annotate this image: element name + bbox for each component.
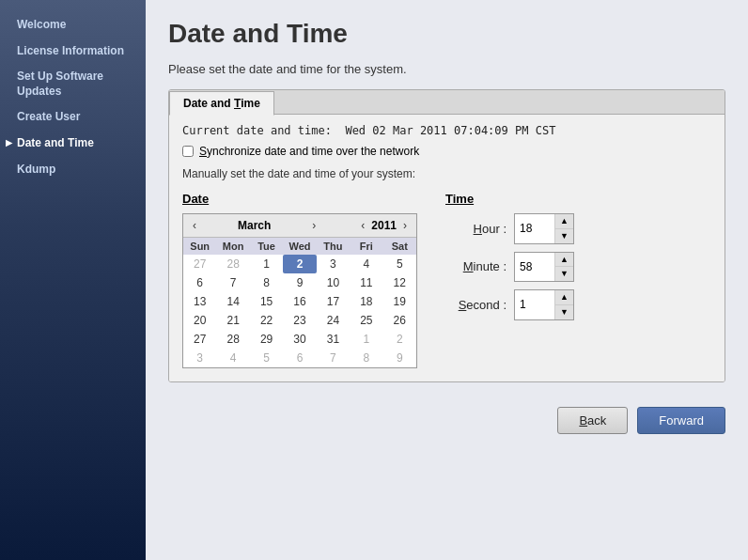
calendar-day[interactable]: 21 [216, 311, 249, 330]
sidebar: Welcome License Information Set Up Softw… [0, 0, 146, 560]
calendar-day[interactable]: 19 [383, 292, 416, 311]
current-datetime-row: Current date and time: Wed 02 Mar 2011 0… [182, 124, 711, 137]
calendar-day[interactable]: 18 [350, 292, 382, 311]
sync-row: Synchronize date and time over the netwo… [182, 145, 711, 158]
calendar-day[interactable]: 30 [283, 330, 316, 349]
calendar-day[interactable]: 8 [350, 349, 382, 367]
calendar-week-row: 6789101112 [183, 273, 416, 292]
second-up-button[interactable]: ▲ [555, 290, 573, 305]
calendar-day[interactable]: 3 [317, 255, 350, 273]
back-button[interactable]: Back [557, 407, 628, 434]
calendar-day[interactable]: 29 [250, 330, 283, 349]
minute-label: Minute : [445, 259, 506, 273]
next-year-button[interactable]: › [399, 218, 411, 233]
hour-spin-buttons: ▲ ▼ [554, 214, 573, 243]
calendar-day[interactable]: 4 [216, 349, 249, 367]
sidebar-item-datetime[interactable]: Date and Time [0, 132, 146, 156]
year-nav: ‹ 2011 › [357, 218, 411, 233]
hour-up-button[interactable]: ▲ [555, 214, 573, 229]
calendar-weekday-header: Thu [317, 238, 350, 255]
tab-header: Date and Time [169, 90, 725, 115]
calendar-weekday-header: Wed [283, 238, 316, 255]
calendar-day[interactable]: 5 [383, 255, 416, 273]
calendar-day[interactable]: 14 [216, 292, 249, 311]
calendar-day[interactable]: 6 [183, 273, 216, 292]
calendar-day[interactable]: 5 [250, 349, 283, 367]
calendar-body: 2728123456789101112131415161718192021222… [183, 255, 416, 367]
calendar-day[interactable]: 4 [350, 255, 382, 273]
calendar-week-row: 20212223242526 [183, 311, 416, 330]
calendar-day[interactable]: 12 [383, 273, 416, 292]
calendar-day[interactable]: 7 [317, 349, 350, 367]
sidebar-item-label: Welcome [17, 18, 66, 31]
calendar-day[interactable]: 26 [383, 311, 416, 330]
calendar-day[interactable]: 16 [283, 292, 316, 311]
calendar-day[interactable]: 8 [250, 273, 283, 292]
sidebar-item-createuser[interactable]: Create User [0, 105, 146, 130]
main-content: Date and Time Please set the date and ti… [146, 0, 748, 560]
sidebar-item-software[interactable]: Set Up Software Updates [0, 65, 146, 103]
calendar-day[interactable]: 7 [216, 273, 249, 292]
calendar-day[interactable]: 9 [383, 349, 416, 367]
calendar-day[interactable]: 27 [183, 255, 216, 273]
second-row: Second : ▲ ▼ [445, 289, 574, 320]
calendar-day[interactable]: 10 [317, 273, 350, 292]
minute-up-button[interactable]: ▲ [555, 253, 573, 268]
sidebar-item-license[interactable]: License Information [0, 39, 146, 64]
calendar-day[interactable]: 1 [350, 330, 382, 349]
calendar-day[interactable]: 28 [216, 330, 249, 349]
calendar-day[interactable]: 27 [183, 330, 216, 349]
next-month-button[interactable]: › [308, 218, 319, 233]
minute-down-button[interactable]: ▼ [555, 267, 573, 281]
hour-spinbox: ▲ ▼ [514, 213, 574, 244]
forward-button[interactable]: Forward [637, 407, 725, 434]
sync-checkbox[interactable] [182, 146, 194, 157]
calendar-day[interactable]: 31 [317, 330, 350, 349]
minute-spinbox: ▲ ▼ [514, 252, 574, 283]
current-datetime-label: Current date and time: [182, 124, 332, 137]
sidebar-item-welcome[interactable]: Welcome [0, 13, 146, 38]
calendar-day[interactable]: 28 [216, 255, 249, 273]
sidebar-item-label: Set Up Software Updates [17, 70, 103, 98]
time-section-title: Time [445, 192, 474, 206]
sidebar-item-kdump[interactable]: Kdump [0, 158, 146, 182]
calendar-day[interactable]: 23 [283, 311, 316, 330]
calendar-day[interactable]: 20 [183, 311, 216, 330]
prev-month-button[interactable]: ‹ [189, 218, 200, 233]
hour-input[interactable] [515, 214, 554, 243]
hour-label: Hour : [445, 222, 506, 236]
hour-down-button[interactable]: ▼ [555, 229, 573, 243]
datetime-columns: Date ‹ March › ‹ 2011 › [182, 192, 711, 368]
second-down-button[interactable]: ▼ [555, 305, 573, 319]
calendar-day[interactable]: 25 [350, 311, 382, 330]
calendar-day[interactable]: 17 [317, 292, 350, 311]
calendar-day[interactable]: 15 [250, 292, 283, 311]
second-input[interactable] [515, 290, 554, 319]
calendar-day[interactable]: 2 [383, 330, 416, 349]
date-section-title: Date [182, 192, 209, 206]
calendar-weekday-header: Sun [183, 238, 216, 255]
calendar-month: March [238, 219, 271, 232]
tab-content: Current date and time: Wed 02 Mar 2011 0… [169, 115, 725, 381]
calendar-day[interactable]: 9 [283, 273, 316, 292]
calendar-day[interactable]: 2 [283, 255, 316, 273]
second-spinbox: ▲ ▼ [514, 289, 574, 320]
forward-label: Forward [659, 413, 704, 428]
calendar-day[interactable]: 3 [183, 349, 216, 367]
calendar-weekday-header: Fri [350, 238, 382, 255]
minute-input[interactable] [515, 253, 554, 282]
calendar-weekday-header: Sat [383, 238, 416, 255]
minute-spin-buttons: ▲ ▼ [554, 253, 573, 282]
prev-year-button[interactable]: ‹ [357, 218, 368, 233]
footer: Back Forward [168, 397, 725, 434]
tab-datetime[interactable]: Date and Time [169, 91, 274, 116]
sidebar-item-label: Date and Time [17, 136, 94, 149]
second-spin-buttons: ▲ ▼ [554, 290, 573, 319]
calendar-day[interactable]: 1 [250, 255, 283, 273]
calendar-day[interactable]: 6 [283, 349, 316, 367]
page-description: Please set the date and time for the sys… [168, 62, 725, 76]
calendar-day[interactable]: 11 [350, 273, 382, 292]
calendar-day[interactable]: 22 [250, 311, 283, 330]
calendar-day[interactable]: 13 [183, 292, 216, 311]
calendar-day[interactable]: 24 [317, 311, 350, 330]
